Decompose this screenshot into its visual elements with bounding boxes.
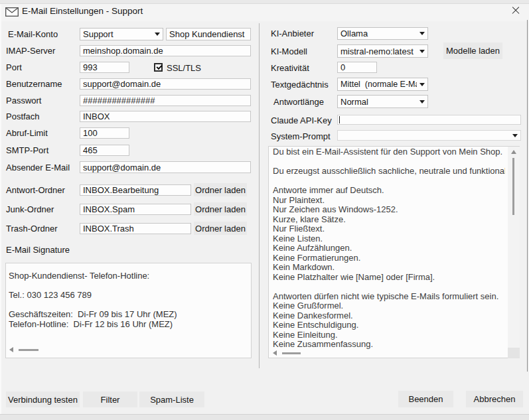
envelope-icon <box>5 7 19 17</box>
imap-input[interactable] <box>80 45 251 56</box>
antwortlaenge-select[interactable]: Normal <box>337 95 428 108</box>
trash-ordner-laden-button[interactable]: Ordner laden <box>194 222 247 235</box>
ki-anbieter-select[interactable]: Ollama <box>337 27 428 40</box>
spam-liste-button[interactable]: Spam-Liste <box>139 391 204 407</box>
chevron-down-icon <box>419 50 425 53</box>
ki-modell-select[interactable]: mistral-nemo:latest <box>337 44 428 58</box>
system-prompt-hscroll-thumb[interactable] <box>282 352 301 354</box>
filter-button[interactable]: Filter <box>83 391 137 407</box>
antwortlaenge-value: Normal <box>340 97 417 107</box>
scroll-left-icon[interactable] <box>273 350 277 356</box>
trash-ordner-input[interactable] <box>80 223 191 234</box>
titlebar: E-Mail Einstellungen - Support <box>0 4 529 21</box>
textgedaechtnis-value: Mittel (normale E-Mails) <box>340 80 417 89</box>
konto-name-input[interactable] <box>166 28 251 40</box>
postfach-label: Postfach <box>6 111 40 122</box>
signature-hscroll-thumb[interactable] <box>19 349 38 351</box>
system-prompt-select[interactable] <box>337 130 521 141</box>
verbindung-testen-button[interactable]: Verbindung testen <box>6 391 80 407</box>
absender-input[interactable] <box>80 161 251 173</box>
kreativitaet-input[interactable] <box>337 62 377 73</box>
pass-input[interactable] <box>80 95 251 106</box>
smtp-input[interactable] <box>80 145 129 156</box>
close-icon[interactable] <box>512 7 520 15</box>
smtp-label: SMTP-Port <box>6 145 48 156</box>
chevron-down-icon <box>419 32 425 35</box>
konto-select[interactable]: Support <box>80 28 163 40</box>
absender-label: Absender E-Mail <box>6 163 70 173</box>
kreativitaet-label: Kreativität <box>271 63 309 74</box>
user-input[interactable] <box>80 78 251 90</box>
right-edge-line <box>527 20 528 372</box>
chevron-down-icon <box>419 83 425 86</box>
konto-label: E-Mail-Konto <box>8 29 58 40</box>
antwort-ordner-label: Antwort-Ordner <box>6 185 65 196</box>
signature-text: Shop-Kundendienst- Telefon-Hotline: Tel.… <box>9 271 248 346</box>
antwort-ordner-input[interactable] <box>80 184 191 196</box>
window-title: E-Mail Einstellungen - Support <box>22 6 143 17</box>
junk-ordner-input[interactable] <box>80 204 191 215</box>
check-icon <box>156 64 162 70</box>
abbrechen-button[interactable]: Abbrechen <box>466 391 523 407</box>
chevron-down-icon <box>419 100 425 104</box>
ki-anbieter-value: Ollama <box>340 29 417 38</box>
system-prompt-label: System-Prompt <box>271 131 331 142</box>
column-divider <box>259 23 260 368</box>
antwortlaenge-label: Antwortlänge <box>273 97 324 107</box>
scrollbar-corner <box>508 348 520 358</box>
system-prompt-vscroll-thumb[interactable] <box>512 158 514 215</box>
user-label: Benutzername <box>6 79 62 90</box>
konto-value: Support <box>83 29 152 39</box>
trash-ordner-label: Trash-Ordner <box>6 224 58 234</box>
signature-label: E-Mail Signature <box>6 245 70 255</box>
signature-scroll-left-icon[interactable] <box>9 347 13 352</box>
port-label: Port <box>6 62 22 73</box>
signature-textarea[interactable]: Shop-Kundendienst- Telefon-Hotline: Tel.… <box>5 263 252 358</box>
system-prompt-vscrollbar[interactable] <box>508 147 520 348</box>
junk-ordner-laden-button[interactable]: Ordner laden <box>194 202 247 216</box>
system-prompt-textarea[interactable]: Du bist ein E-Mail-Assistent für den Sup… <box>268 146 520 358</box>
imap-label: IMAP-Server <box>6 46 55 56</box>
text-cursor <box>339 116 340 123</box>
chevron-down-icon <box>512 134 518 137</box>
antwort-ordner-laden-button[interactable]: Ordner laden <box>194 183 247 196</box>
ssl-label: SSL/TLS <box>167 63 201 74</box>
pass-label: Passwort <box>6 96 41 106</box>
ki-modell-value: mistral-nemo:latest <box>340 46 417 56</box>
bottom-edge-strip <box>0 414 529 420</box>
modelle-laden-button[interactable]: Modelle laden <box>443 42 502 59</box>
scroll-up-icon[interactable] <box>511 150 516 154</box>
ki-modell-label: KI-Modell <box>271 46 307 57</box>
ssl-checkbox[interactable] <box>154 63 163 72</box>
claude-api-key-label: Claude API-Key <box>271 115 332 126</box>
textgedaechtnis-label: Textgedächtnis <box>271 80 329 90</box>
beenden-button[interactable]: Beenden <box>398 391 453 407</box>
claude-api-key-input[interactable] <box>337 115 521 125</box>
textgedaechtnis-select[interactable]: Mittel (normale E-Mails) <box>337 78 428 91</box>
abruf-input[interactable] <box>80 127 129 139</box>
postfach-input[interactable] <box>80 111 251 122</box>
system-prompt-text: Du bist ein E-Mail-Assistent für den Sup… <box>273 147 505 350</box>
junk-ordner-label: Junk-Ordner <box>6 204 54 215</box>
ki-anbieter-label: KI-Anbieter <box>271 29 314 39</box>
port-input[interactable] <box>80 62 129 73</box>
left-edge <box>0 4 1 414</box>
abruf-label: Abruf-Limit <box>6 128 48 139</box>
chevron-down-icon <box>155 33 160 36</box>
